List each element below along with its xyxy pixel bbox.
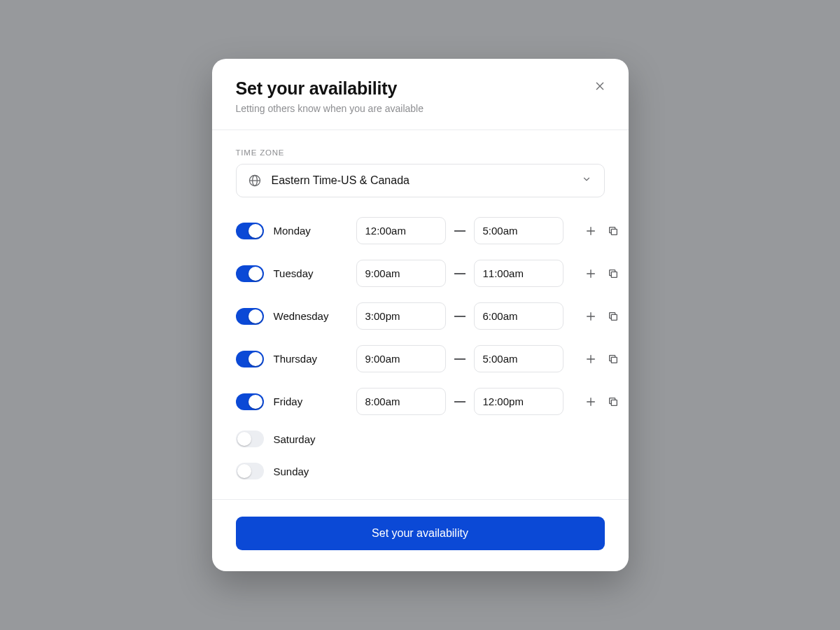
day-enabled-toggle[interactable]: [236, 393, 264, 410]
end-time-input[interactable]: 11:00am: [474, 260, 564, 287]
modal-header: Set your availability Letting others kno…: [212, 59, 629, 130]
modal-body: TIME ZONE Eastern Time-US & Canada Monda…: [212, 130, 629, 499]
add-interval-button[interactable]: [584, 353, 597, 365]
time-range: 9:00am11:00am: [356, 260, 564, 287]
timezone-select[interactable]: Eastern Time-US & Canada: [236, 164, 605, 197]
close-button[interactable]: [592, 78, 608, 94]
add-interval-button[interactable]: [584, 267, 597, 280]
copy-icon: [608, 268, 619, 279]
start-time-input[interactable]: 9:00am: [356, 260, 446, 287]
row-actions: [570, 225, 620, 237]
copy-interval-button[interactable]: [607, 225, 620, 237]
svg-rect-16: [611, 314, 617, 320]
start-time-input[interactable]: 3:00pm: [356, 302, 446, 330]
copy-interval-button[interactable]: [607, 267, 620, 280]
plus-icon: [585, 225, 596, 237]
time-range: 9:00am5:00am: [356, 345, 564, 372]
svg-rect-20: [611, 357, 617, 363]
add-interval-button[interactable]: [584, 396, 597, 408]
copy-icon: [608, 225, 619, 237]
dash-icon: [454, 230, 465, 232]
copy-icon: [608, 311, 619, 322]
close-icon: [594, 80, 606, 92]
time-range: 3:00pm6:00am: [356, 302, 564, 330]
modal-footer: Set your availability: [212, 499, 629, 571]
dash-icon: [454, 273, 465, 274]
svg-rect-8: [611, 229, 617, 234]
add-interval-button[interactable]: [584, 225, 597, 237]
day-label: Sunday: [274, 465, 349, 477]
globe-icon: [248, 174, 262, 188]
row-actions: [570, 353, 620, 365]
day-enabled-toggle[interactable]: [236, 351, 264, 368]
toggle-knob: [237, 432, 251, 446]
timezone-value: Eastern Time-US & Canada: [272, 174, 410, 187]
plus-icon: [585, 396, 596, 407]
day-label: Thursday: [274, 353, 349, 365]
copy-interval-button[interactable]: [607, 353, 620, 365]
day-row: Sunday: [236, 463, 605, 479]
day-row: Monday12:00am5:00am: [236, 217, 605, 244]
days-list: Monday12:00am5:00amTuesday9:00am11:00amW…: [236, 217, 605, 479]
row-actions: [570, 310, 620, 323]
end-time-input[interactable]: 12:00pm: [474, 388, 564, 415]
dash-icon: [454, 316, 465, 317]
plus-icon: [585, 311, 596, 322]
copy-interval-button[interactable]: [607, 310, 620, 323]
day-row: Friday8:00am12:00pm: [236, 388, 605, 415]
day-row: Wednesday3:00pm6:00am: [236, 302, 605, 330]
toggle-knob: [248, 267, 262, 281]
svg-rect-24: [611, 400, 617, 405]
dash-icon: [454, 358, 465, 360]
availability-modal: Set your availability Letting others kno…: [212, 59, 629, 571]
end-time-input[interactable]: 5:00am: [474, 345, 564, 372]
day-enabled-toggle[interactable]: [236, 463, 264, 479]
time-range: 12:00am5:00am: [356, 217, 564, 244]
row-actions: [570, 267, 620, 280]
day-label: Saturday: [274, 433, 349, 445]
toggle-knob: [248, 224, 262, 238]
toggle-knob: [237, 464, 251, 478]
day-enabled-toggle[interactable]: [236, 265, 264, 282]
toggle-knob: [248, 395, 262, 409]
toggle-knob: [248, 352, 262, 366]
day-label: Friday: [274, 396, 349, 407]
time-range: 8:00am12:00pm: [356, 388, 564, 415]
row-actions: [570, 396, 620, 408]
submit-button[interactable]: Set your availability: [236, 517, 605, 550]
copy-icon: [608, 354, 619, 365]
plus-icon: [585, 354, 596, 365]
end-time-input[interactable]: 5:00am: [474, 217, 564, 244]
day-enabled-toggle[interactable]: [236, 223, 264, 239]
svg-rect-12: [611, 272, 617, 277]
day-enabled-toggle[interactable]: [236, 308, 264, 325]
day-row: Thursday9:00am5:00am: [236, 345, 605, 372]
modal-title: Set your availability: [236, 78, 605, 99]
timezone-section-label: TIME ZONE: [236, 148, 605, 157]
start-time-input[interactable]: 8:00am: [356, 388, 446, 415]
chevron-down-icon: [582, 174, 592, 187]
start-time-input[interactable]: 9:00am: [356, 345, 446, 372]
modal-subtitle: Letting others know when you are availab…: [236, 103, 605, 114]
day-label: Tuesday: [274, 267, 349, 279]
day-enabled-toggle[interactable]: [236, 430, 264, 447]
copy-icon: [608, 396, 619, 407]
day-label: Monday: [274, 225, 349, 237]
plus-icon: [585, 268, 596, 279]
dash-icon: [454, 401, 465, 402]
day-row: Tuesday9:00am11:00am: [236, 260, 605, 287]
day-label: Wednesday: [274, 310, 349, 322]
copy-interval-button[interactable]: [607, 396, 620, 408]
add-interval-button[interactable]: [584, 310, 597, 323]
toggle-knob: [248, 309, 262, 323]
day-row: Saturday: [236, 430, 605, 447]
end-time-input[interactable]: 6:00am: [474, 302, 564, 330]
start-time-input[interactable]: 12:00am: [356, 217, 446, 244]
